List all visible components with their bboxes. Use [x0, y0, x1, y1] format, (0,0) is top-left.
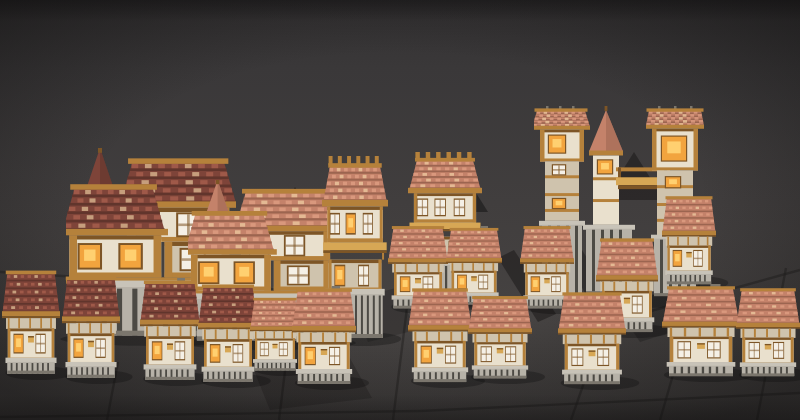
- building-house-front-right-2: [662, 284, 740, 378]
- viewport-canvas[interactable]: [0, 0, 800, 420]
- building-house-mid-left-3: [140, 278, 200, 382]
- building-house-mid-center: [292, 286, 356, 386]
- building-house-front-center-1: [408, 286, 472, 384]
- building-house-front-center-2: [468, 294, 532, 380]
- building-house-mid-left-4: [198, 282, 258, 384]
- building-house-front-right-3: [736, 286, 800, 378]
- building-house-mid-left-2: [62, 274, 120, 380]
- buildings-group: [0, 0, 800, 420]
- building-house-mid-left-1: [2, 268, 60, 376]
- building-house-mid-right-2: [662, 194, 716, 286]
- building-house-front-right-1: [558, 290, 626, 386]
